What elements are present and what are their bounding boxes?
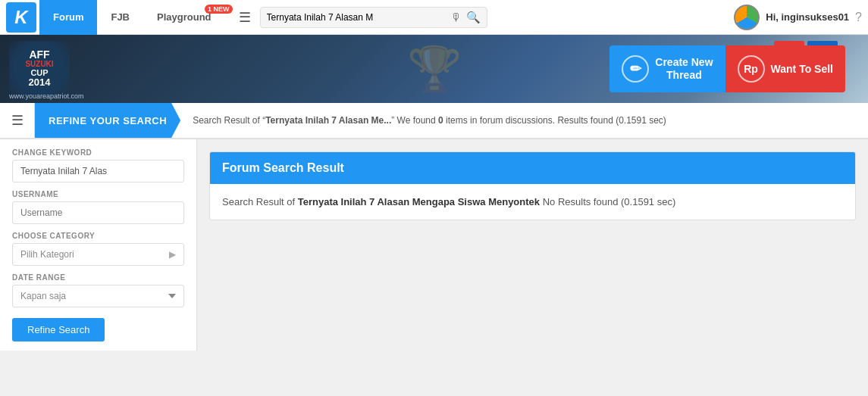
action-buttons: ✏ Create New Thread Rp Want To Sell bbox=[609, 45, 845, 92]
result-body: Search Result of Ternyata Inilah 7 Alasa… bbox=[210, 184, 855, 220]
create-thread-label: Create New Thread bbox=[655, 56, 713, 82]
search-bar: 🎙 🔍 bbox=[260, 7, 487, 28]
result-full-query: Ternyata Inilah 7 Alasan Mengapa Siswa M… bbox=[298, 196, 540, 207]
username-field-group: USERNAME bbox=[12, 190, 184, 224]
refine-search-tab[interactable]: REFINE YOUR SEARCH bbox=[35, 103, 180, 138]
create-thread-button[interactable]: ✏ Create New Thread bbox=[609, 45, 725, 92]
search-input[interactable] bbox=[267, 12, 446, 23]
banner-watermark: 🏆 bbox=[407, 43, 462, 95]
category-select[interactable]: Pilih Kategori ▶ bbox=[12, 243, 184, 266]
category-label: CHOOSE CATEGORY bbox=[12, 232, 184, 240]
mic-button[interactable]: 🎙 bbox=[450, 11, 462, 23]
list-view-button[interactable]: ☰ bbox=[239, 9, 251, 26]
content-panel: Forum Search Result Search Result of Ter… bbox=[197, 139, 868, 351]
nav-tab-forum[interactable]: Forum bbox=[39, 0, 97, 35]
forum-tab-label: Forum bbox=[53, 11, 83, 23]
app-logo[interactable]: K bbox=[6, 2, 36, 33]
banner-url: www.youareapatriot.com bbox=[9, 92, 84, 100]
search-button[interactable]: 🔍 bbox=[466, 11, 481, 24]
username-label: USERNAME bbox=[12, 190, 184, 198]
want-to-sell-button[interactable]: Rp Want To Sell bbox=[725, 45, 845, 92]
result-header: Forum Search Result bbox=[210, 152, 855, 184]
keyword-input[interactable] bbox=[12, 160, 184, 182]
refine-form: CHANGE KEYWORD USERNAME CHOOSE CATEGORY … bbox=[0, 139, 196, 351]
breadcrumb-query: Ternyata Inilah 7 Alasan Me... bbox=[265, 115, 391, 126]
fjb-tab-label: FJB bbox=[111, 11, 130, 23]
logo-letter: K bbox=[14, 7, 27, 28]
want-to-sell-icon: Rp bbox=[738, 55, 765, 83]
result-box: Forum Search Result Search Result of Ter… bbox=[209, 151, 856, 220]
nav-tab-playground[interactable]: Playground 1 NEW bbox=[143, 0, 239, 35]
want-to-sell-label: Want To Sell bbox=[771, 63, 833, 76]
username-input[interactable] bbox=[12, 201, 184, 224]
main-area: CHANGE KEYWORD USERNAME CHOOSE CATEGORY … bbox=[0, 139, 868, 351]
list-toggle-icon: ☰ bbox=[11, 112, 24, 129]
date-select[interactable]: Kapan saja Hari ini Minggu ini Bulan ini… bbox=[12, 285, 184, 307]
result-count: 0 bbox=[438, 115, 443, 126]
banner-section: AFF SUZUKI CUP 2014 🏆 SUZUKI bay of life… bbox=[0, 35, 868, 103]
playground-badge: 1 NEW bbox=[205, 5, 233, 14]
playground-tab-label: Playground bbox=[157, 11, 212, 23]
list-toggle-button[interactable]: ☰ bbox=[0, 103, 35, 138]
mic-icon: 🎙 bbox=[450, 11, 462, 23]
search-row: ☰ REFINE YOUR SEARCH Search Result of “T… bbox=[0, 103, 868, 139]
keyword-label: CHANGE KEYWORD bbox=[12, 148, 184, 157]
user-avatar[interactable] bbox=[734, 5, 760, 30]
keyword-field-group: CHANGE KEYWORD bbox=[12, 148, 184, 182]
date-label: DATE RANGE bbox=[12, 273, 184, 282]
banner-logo: AFF SUZUKI CUP 2014 bbox=[9, 41, 70, 95]
create-thread-icon: ✏ bbox=[622, 55, 649, 83]
user-greeting: Hi, inginsukses01 bbox=[766, 11, 849, 23]
search-icon: 🔍 bbox=[466, 11, 481, 24]
top-navigation: K Forum FJB Playground 1 NEW ☰ 🎙 🔍 Hi, i… bbox=[0, 0, 868, 35]
category-field-group: CHOOSE CATEGORY Pilih Kategori ▶ bbox=[12, 232, 184, 266]
refine-panel: CHANGE KEYWORD USERNAME CHOOSE CATEGORY … bbox=[0, 139, 197, 351]
refine-tab-label: REFINE YOUR SEARCH bbox=[49, 115, 167, 126]
nav-tab-fjb[interactable]: FJB bbox=[97, 0, 143, 35]
list-icon: ☰ bbox=[239, 10, 251, 25]
help-icon[interactable]: ? bbox=[855, 11, 862, 24]
chevron-right-icon: ▶ bbox=[169, 249, 176, 260]
nav-right-area: Hi, inginsukses01 ? bbox=[734, 5, 862, 30]
date-field-group: DATE RANGE Kapan saja Hari ini Minggu in… bbox=[12, 273, 184, 307]
search-breadcrumb: Search Result of “Ternyata Inilah 7 Alas… bbox=[180, 115, 868, 126]
refine-search-button[interactable]: Refine Search bbox=[12, 318, 105, 341]
